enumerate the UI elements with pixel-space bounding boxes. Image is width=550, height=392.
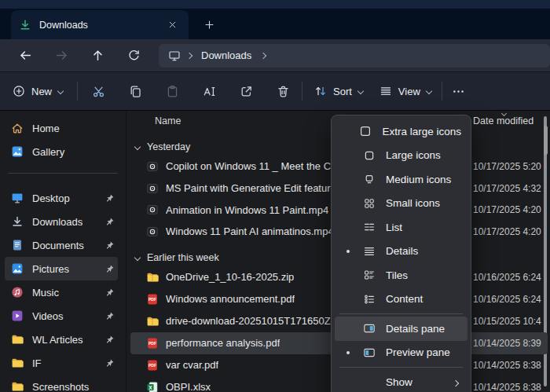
sidebar-item-home[interactable]: Home xyxy=(5,116,118,140)
paste-icon[interactable] xyxy=(165,84,179,98)
pdf-file-icon: PDF xyxy=(146,359,159,372)
sidebar-item-if[interactable]: IF xyxy=(5,351,118,375)
file-date-modified: 10/17/2025 4:20 xyxy=(473,226,548,237)
folder-icon xyxy=(11,333,24,346)
group-label: Yesterday xyxy=(147,141,190,152)
new-button[interactable]: New xyxy=(13,85,63,97)
sidebar-item-gallery[interactable]: Gallery xyxy=(5,140,118,163)
navigation-sidebar: HomeGalleryDesktopDownloadsDocumentsPict… xyxy=(0,112,126,392)
menu-item-medium-icons[interactable]: Medium icons xyxy=(335,167,468,192)
tab-bar: Downloads xyxy=(0,0,550,39)
pdf-file-icon: PDF xyxy=(146,293,159,306)
column-header-name[interactable]: Name xyxy=(155,115,181,126)
sidebar-item-wl-articles[interactable]: WL Articles xyxy=(5,328,118,351)
xlsx-file-icon: X xyxy=(146,381,159,392)
cut-icon[interactable] xyxy=(91,84,105,98)
selected-bullet-icon xyxy=(341,250,355,253)
share-icon[interactable] xyxy=(239,84,253,98)
menu-item-label: Details xyxy=(386,245,461,257)
menu-item-list[interactable]: List xyxy=(335,215,468,240)
view-button[interactable]: View xyxy=(380,85,431,97)
sm-icons-icon xyxy=(363,197,376,210)
pin-icon xyxy=(104,264,115,274)
up-icon[interactable] xyxy=(90,48,105,64)
downloads-icon xyxy=(11,215,24,228)
sidebar-item-downloads[interactable]: Downloads xyxy=(5,210,118,233)
sidebar-item-videos[interactable]: Videos xyxy=(5,304,118,328)
sort-button[interactable]: Sort xyxy=(314,85,363,97)
sidebar-item-desktop[interactable]: Desktop xyxy=(5,186,118,210)
toolbar-separator xyxy=(442,82,442,101)
pin-icon xyxy=(104,335,115,345)
this-pc-icon[interactable] xyxy=(168,49,181,62)
file-date-modified: 10/14/2025 8:38 xyxy=(473,382,548,392)
group-label: Earlier this week xyxy=(147,252,219,263)
chevron-down-icon xyxy=(358,88,364,94)
file-name: MS Paint with Generative Edit feature.mp… xyxy=(166,182,359,194)
sort-arrows-icon xyxy=(314,85,327,97)
more-options-icon[interactable] xyxy=(452,84,466,98)
sidebar-item-documents[interactable]: Documents xyxy=(5,233,118,257)
view-dropdown-menu: Extra large iconsLarge iconsMedium icons… xyxy=(331,115,471,392)
menu-item-label: Details pane xyxy=(386,323,461,335)
copy-icon[interactable] xyxy=(128,84,142,98)
menu-item-extra-large-icons[interactable]: Extra large icons xyxy=(335,119,468,144)
file-list-scrollbar[interactable] xyxy=(544,126,548,155)
tiles-view-icon xyxy=(363,269,376,281)
chevron-down-icon xyxy=(134,144,141,150)
breadcrumb-downloads[interactable]: Downloads xyxy=(201,49,251,61)
refresh-icon[interactable] xyxy=(126,48,141,64)
back-icon[interactable] xyxy=(17,48,33,64)
view-button-label: View xyxy=(398,86,420,97)
pdf-file-icon: PDF xyxy=(146,337,159,350)
close-tab-icon[interactable] xyxy=(163,16,181,34)
sidebar-item-label: WL Articles xyxy=(32,334,96,346)
menu-item-label: Content xyxy=(386,293,461,305)
file-date-modified: 10/15/2025 10:4 xyxy=(473,316,548,327)
tab-downloads[interactable]: Downloads xyxy=(11,10,189,39)
lg-icons-icon xyxy=(363,149,376,162)
menu-item-details-pane[interactable]: Details pane xyxy=(335,317,468,341)
sidebar-item-label: Desktop xyxy=(32,192,96,204)
home-icon xyxy=(11,122,24,134)
breadcrumb-chevron-icon xyxy=(186,52,192,58)
navigation-bar: Downloads xyxy=(0,39,550,72)
menu-item-details[interactable]: Details xyxy=(335,240,468,264)
sidebar-item-label: Videos xyxy=(32,310,96,322)
videos-icon xyxy=(11,310,24,322)
column-header-date-modified[interactable]: Date modified xyxy=(473,115,534,126)
menu-item-content[interactable]: Content xyxy=(335,288,468,312)
file-date-modified: 10/14/2025 8:39 xyxy=(473,338,548,349)
folder-icon xyxy=(11,357,24,369)
file-date-modified: 10/17/2025 5:20 xyxy=(473,161,548,172)
new-tab-icon[interactable] xyxy=(200,15,218,34)
rename-icon[interactable] xyxy=(202,84,216,98)
xl-icons-icon xyxy=(359,125,372,137)
view-lines-icon xyxy=(380,85,392,97)
chevron-down-icon xyxy=(426,88,432,94)
menu-item-label: Large icons xyxy=(386,149,461,161)
sidebar-item-music[interactable]: Music xyxy=(5,280,118,304)
submenu-chevron-icon xyxy=(453,375,458,389)
sidebar-item-label: Gallery xyxy=(32,146,115,158)
delete-icon[interactable] xyxy=(276,84,290,98)
video-file-icon xyxy=(146,160,159,173)
menu-item-small-icons[interactable]: Small icons xyxy=(335,192,468,216)
sidebar-item-screenshots[interactable]: Screenshots xyxy=(5,375,118,392)
menu-item-tiles[interactable]: Tiles xyxy=(335,263,468,288)
list-view-icon xyxy=(363,221,376,233)
file-date-modified: 10/17/2025 4:20 xyxy=(473,204,548,215)
file-explorer-window: Downloads Downloads xyxy=(0,0,550,392)
tab-title: Downloads xyxy=(39,20,163,31)
menu-item-preview-pane[interactable]: Preview pane xyxy=(335,341,468,365)
address-bar[interactable]: Downloads xyxy=(159,44,550,68)
menu-item-show[interactable]: Show xyxy=(335,370,468,392)
forward-icon[interactable] xyxy=(53,48,69,64)
file-name: Animation in Windows 11 Paint.mp4 xyxy=(166,204,328,216)
sidebar-item-label: Music xyxy=(32,287,96,299)
sidebar-item-pictures[interactable]: Pictures xyxy=(5,257,118,280)
file-name: OBPI.xlsx xyxy=(166,381,211,392)
menu-separator xyxy=(339,367,463,368)
sidebar-item-label: Home xyxy=(32,123,115,134)
menu-item-large-icons[interactable]: Large icons xyxy=(335,144,468,168)
